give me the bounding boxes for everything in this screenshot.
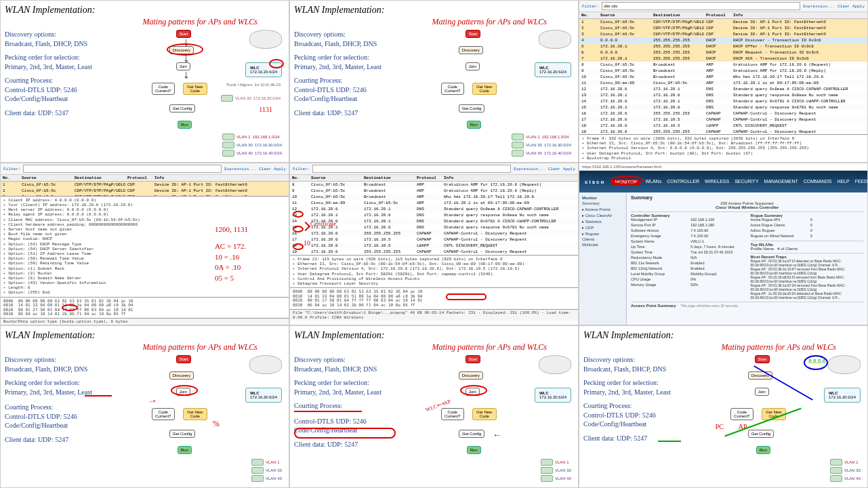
ws-hex: 0000 00 00 00 00 00 63 82 53 63 35 01 02…	[1, 297, 289, 318]
ws-packet-row[interactable]: 17172.16.20.6172.16.10.5CAPWAPCAPWAP-Con…	[579, 117, 867, 123]
browser-url[interactable]: https://192.168.1.105/screens/frameset.h…	[579, 163, 867, 171]
panel-wireshark-5: Filter: Expression...ClearApply No.Sourc…	[289, 163, 579, 325]
ws-packet-row[interactable]: 15172.16.20.1172.16.20.6DNSStandard quer…	[579, 104, 867, 110]
ws-expression-link[interactable]: Expression...	[803, 4, 835, 9]
ws-packet-row[interactable]: 11Cisco_00:ee:89Cisco_0f:b5:5cARP172.16.…	[579, 80, 867, 86]
ws-packet-row[interactable]: 10Cisco_0f:b5:5cBroadcastARPWho has 172.…	[579, 74, 867, 80]
slide-bullets: Discovery options:Broadcast, Flash, DHCP…	[5, 30, 150, 158]
fc-join: Join	[176, 62, 190, 70]
ws-status: File "C:\Users\keith\Dropbox\1 Binge\...…	[290, 309, 578, 321]
ws-packet-list[interactable]: 1Cisco_0f:b5:5cCDP/VTP/DTP/PAgP/UDLDCDPD…	[1, 182, 289, 196]
ws-packet-row[interactable]: 18172.16.20.6172.16.10.5LWAPPCNTL DISCOV…	[290, 243, 578, 249]
fc-getconfig: Get Config	[169, 104, 196, 113]
ws-packet-row[interactable]: 13172.16.20.1172.16.20.6DNSStandard quer…	[579, 92, 867, 98]
ws-packet-row[interactable]: 10Cisco_0f:b5:5cBroadcastARPWho has 172.…	[290, 194, 578, 200]
cisco-main: Summary 200 Access Points Supported Cisc…	[627, 192, 867, 325]
ws-packet-row[interactable]: 14172.16.20.6172.16.20.1DNSStandard quer…	[579, 98, 867, 104]
ws-packet-row[interactable]: 16172.16.20.6255.255.255.255CAPWAPCAPWAP…	[290, 230, 578, 237]
panel-slide-9: WLAN Implementation: Mating patterns for…	[579, 325, 868, 488]
anno-5247-ul	[658, 441, 681, 442]
ws-packet-row[interactable]: 8Cisco_0f:b5:5cBroadcastARPGratuitous AR…	[290, 182, 578, 188]
ap-icon	[539, 30, 571, 49]
ws-detail: Frame 4: 332 bytes on wire (2656 bits), …	[579, 134, 867, 162]
ws-packet-list[interactable]: 1Cisco_0f:b5:5cCDP/VTP/DTP/PAgP/UDLDCDPD…	[579, 19, 867, 134]
anno-hex-circle	[62, 304, 78, 311]
vlan20: VLAN 20 172.16.20.0/24	[221, 95, 281, 102]
ws-packet-row[interactable]: 11Cisco_00:ee:89Cisco_0f:b5:5cARP172.16.…	[290, 200, 578, 206]
ws-packet-row[interactable]: 8Cisco_0f:b5:5cBroadcastARPGratuitous AR…	[579, 62, 867, 68]
ws-packet-row[interactable]: 2Cisco_0f:b5:5cCDP/VTP/DTP/PAgP/UDLDCDPD…	[579, 25, 867, 31]
anno-courting-ul	[294, 411, 362, 412]
panel-wireshark-3: Filter: Expression... Clear Apply No.Sou…	[579, 0, 868, 163]
cisco-sidenav[interactable]: Monitor Summary ▸ Access Points ▸ Cisco …	[579, 192, 627, 325]
ws-hex: 0000 00 00 00 00 00 63 82 53 63 35 01 02…	[290, 287, 578, 308]
ap-icon	[539, 355, 571, 374]
ws-packet-row[interactable]: 2Cisco_0f:b5:5cCDP/VTP/DTP/PAgP/UDLDCDPD…	[1, 188, 289, 194]
ws-packet-row[interactable]: 12172.16.20.6172.16.20.1DNSStandard quer…	[290, 206, 578, 212]
ws-packet-row[interactable]: 19172.16.20.6255.255.255.255CAPWAPCAPWAP…	[579, 129, 867, 134]
ap-icon	[249, 355, 282, 374]
wlc-box: WLC172.16.20.6/24	[245, 62, 282, 77]
ws-filter-input[interactable]	[23, 165, 222, 173]
anno-discovery-circle	[167, 43, 203, 56]
fc-start: Start	[176, 30, 192, 38]
anno-monitor	[611, 176, 643, 185]
ws-filter-input[interactable]	[602, 2, 800, 10]
cisco-tabs[interactable]: MONITOR WLANs CONTROLLER WIRELESS SECURI…	[612, 179, 868, 185]
slide-diagram: Start Discovery Join Code Current? Get N…	[150, 30, 285, 158]
trunk-label: Trunk • Mgmnt. Int 10.6/.46.10	[226, 83, 281, 87]
anno-ctrl-dtls	[294, 428, 396, 439]
anno-row21	[293, 211, 304, 218]
anno-10: 10	[304, 239, 310, 247]
ws-packet-row[interactable]: 7172.16.20.1255.255.255.255DHCPDHCP ACK …	[579, 56, 867, 62]
anno-row30	[293, 243, 304, 250]
ws-packet-row[interactable]: 40.0.0.0255.255.255.255DHCPDHCP Discover…	[579, 37, 867, 43]
anno-certificate: Certificate	[310, 220, 336, 227]
ws-filter-input[interactable]	[312, 165, 511, 173]
ws-clear-link[interactable]: Clear	[838, 4, 850, 9]
ws-apply-link[interactable]: Apply	[852, 4, 865, 9]
ws-status: Bootp/Dhcp option type (bootp.option.typ…	[1, 318, 289, 325]
ws-packet-row[interactable]: 5172.16.20.1255.255.255.255DHCPDHCP Offe…	[579, 43, 867, 49]
ws-packet-row[interactable]: 1Cisco_0f:b5:5cCDP/VTP/DTP/PAgP/UDLDCDPD…	[579, 19, 867, 25]
ws-packet-row[interactable]: 13172.16.20.1172.16.20.6DNSStandard quer…	[290, 212, 578, 218]
panel-slide-2: WLAN Implementation: Mating patterns for…	[289, 0, 579, 163]
slide-title: WLAN Implementation:	[5, 5, 285, 16]
fc-getcode: Get New Code	[183, 83, 207, 95]
ws-packet-row[interactable]: 19172.16.20.6255.255.255.255CAPWAPCAPWAP…	[290, 249, 578, 255]
ws-packet-row[interactable]: 1Cisco_0f:b5:5cCDP/VTP/DTP/PAgP/UDLDCDPD…	[1, 182, 289, 188]
ws-packet-row[interactable]: 9Cisco_0f:b5:5cBroadcastARPGratuitous AR…	[290, 188, 578, 194]
panel-slide-7: WLAN Implementation: Mating patterns for…	[0, 325, 289, 488]
anno-arrow-to-wlc: →	[146, 395, 158, 407]
panel-cisco: https://192.168.1.105/screens/frameset.h…	[579, 163, 868, 325]
ws-packet-row[interactable]: 12172.16.20.6172.16.20.1DNSStandard quer…	[579, 86, 867, 92]
ws-detail: Frame 21: 115 bytes on wire (920 bits), …	[290, 255, 578, 287]
anno-percent: %	[213, 419, 220, 429]
ws-packet-row[interactable]: 18172.16.20.6172.16.10.5LWAPPCNTL DISCOV…	[579, 123, 867, 129]
fc-codeq: Code Current?	[152, 83, 175, 95]
ws-packet-row[interactable]: 17172.16.20.6172.16.10.5CAPWAPCAPWAP-Con…	[290, 237, 578, 243]
anno-master-ul	[85, 395, 112, 396]
ap-icon	[828, 355, 861, 374]
anno-5246	[446, 293, 487, 300]
panel-slide-8: WLAN Implementation: Mating patterns for…	[289, 325, 579, 488]
ws-packet-row[interactable]: 9Cisco_0f:b5:5cBroadcastARPGratuitous AR…	[579, 68, 867, 74]
ws-packet-row[interactable]: 3Cisco_0f:b5:5cCDP/VTP/DTP/PAgP/UDLDCDPD…	[579, 31, 867, 37]
ws-filterbar: Filter: Expression... Clear Apply	[579, 1, 867, 12]
ws-packet-list[interactable]: 8Cisco_0f:b5:5cBroadcastARPGratuitous AR…	[290, 182, 578, 255]
panel-wireshark-4: Filter: Expression...ClearApply No.Sourc…	[0, 163, 289, 325]
anno-pc: PC	[716, 423, 724, 430]
panel-slide-1: WLAN Implementation: Mating patterns for…	[0, 0, 289, 163]
anno-wlc-circle	[269, 59, 284, 68]
ap-icon	[249, 30, 282, 49]
anno-1131: 1131	[259, 106, 272, 113]
fc-run: Run	[178, 121, 192, 129]
ws-packet-row[interactable]: 60.0.0.0255.255.255.255DHCPDHCP Request …	[579, 49, 867, 56]
slide-subtitle: Mating patterns for APs and WLCs	[5, 17, 257, 27]
vlan-list: VLAN 1 192.168.1.0/24 VLAN 30 172.16.30.…	[222, 134, 282, 157]
ws-packet-row[interactable]: 16172.16.20.6255.255.255.255CAPWAPCAPWAP…	[579, 110, 867, 117]
cisco-logo: cisco	[585, 179, 605, 185]
anno-join-circle	[171, 385, 198, 396]
anno-8888: 8.8.8.8	[808, 358, 825, 365]
ws-columns: No.SourceDestinationProtocolInfo	[579, 12, 867, 19]
